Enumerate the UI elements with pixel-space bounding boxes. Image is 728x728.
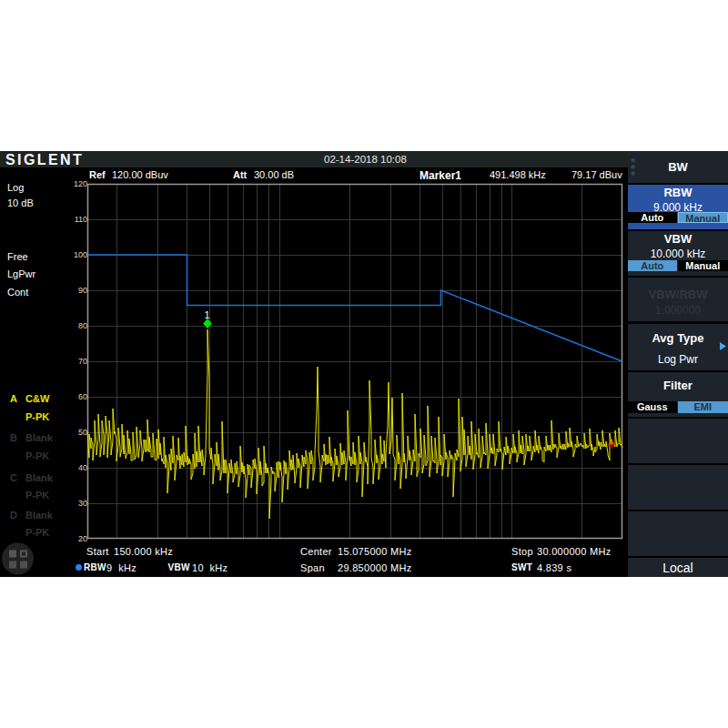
svg-text:1: 1 [205,309,210,320]
